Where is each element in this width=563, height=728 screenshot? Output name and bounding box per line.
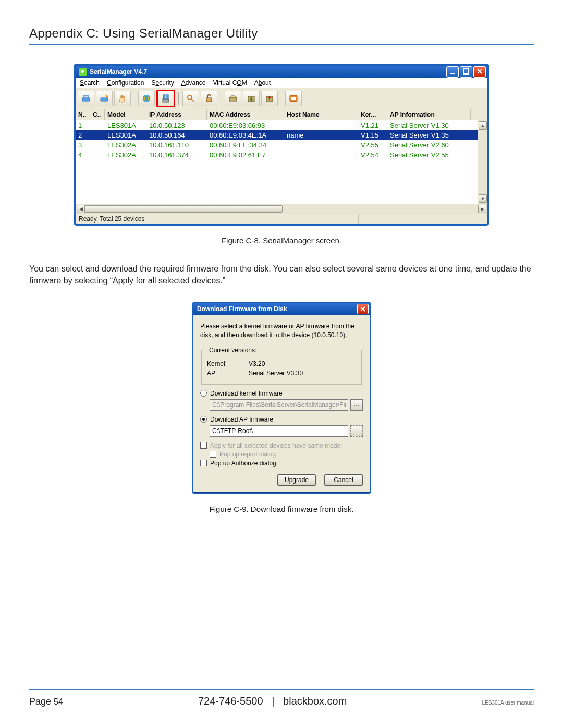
col-header-mac[interactable]: MAC Address (207, 109, 284, 120)
apply-all-label: Apply for all selected devices have same… (210, 442, 342, 449)
cell: 10.0.50.164 (146, 131, 207, 139)
table-row[interactable]: 4LES302A10.0.161.37400:60:E9:02:61:E7V2.… (76, 150, 487, 160)
scroll-right-icon[interactable]: ▶ (478, 205, 486, 213)
apply-all-checkbox (200, 442, 207, 449)
toolbar-browser-icon[interactable] (138, 91, 155, 106)
menu-advance[interactable]: Advance (181, 79, 206, 87)
cell (90, 121, 105, 129)
scroll-thumb[interactable] (85, 205, 283, 213)
window-title: SerialManager V4.7 (90, 68, 147, 76)
cell: LES301A (105, 131, 146, 139)
table-row[interactable]: 3LES302A10.0.161.11000:60:E9:EE:34:34V2.… (76, 140, 487, 150)
cancel-button-label: Cancel (334, 476, 353, 484)
radio-ap-row[interactable]: Download AP firmware (200, 416, 363, 423)
title-rule (29, 44, 534, 45)
authorize-checkbox[interactable] (200, 460, 207, 466)
toolbar-net-config-icon[interactable] (225, 91, 241, 106)
svg-rect-2 (82, 98, 90, 101)
col-header-host[interactable]: Host Name (284, 109, 358, 120)
col-header-model[interactable]: Model (105, 109, 146, 120)
list-header[interactable]: N.. C.. Model IP Address MAC Address Hos… (76, 109, 487, 120)
titlebar[interactable]: SerialManager V4.7 (76, 66, 487, 78)
body-paragraph: You can select and download the required… (29, 263, 534, 287)
kernel-value: V3.20 (249, 360, 265, 367)
app-icon (79, 68, 87, 76)
radio-kernel-label: Download kernel firmware (210, 390, 283, 397)
kernel-browse-button[interactable]: ... (350, 399, 363, 411)
col-header-ap[interactable]: AP Information (387, 109, 471, 120)
cell: V1.15 (358, 131, 387, 139)
cell (284, 151, 358, 159)
authorize-label: Pop up Authorize dialog (210, 460, 276, 467)
cell: 10.0.161.110 (146, 141, 207, 149)
radio-kernel-row[interactable]: Download kernel firmware (200, 390, 363, 397)
cell: Serial Server V2.55 (387, 151, 471, 159)
report-label: Pop up report dialog (219, 451, 276, 458)
radio-ap-label: Download AP firmware (210, 416, 273, 423)
toolbar-unlock-icon[interactable] (201, 91, 217, 106)
svg-rect-6 (163, 99, 169, 102)
table-row[interactable]: 2LES301A10.0.50.16400:60:E9:03:4E:1Aname… (76, 130, 487, 140)
toolbar-search-icon[interactable] (78, 91, 94, 106)
list-body[interactable]: 1LES301A10.0.50.12300:60:E9:03:66:93V1.2… (76, 120, 487, 204)
figure-caption-dialog: Figure C-9. Download firmware from disk. (29, 504, 534, 513)
cell: 00:60:E9:EE:34:34 (207, 141, 284, 149)
cell: 4 (76, 151, 90, 159)
report-checkbox (210, 451, 216, 458)
table-row[interactable]: 1LES301A10.0.50.12300:60:E9:03:66:93V1.2… (76, 120, 487, 130)
svg-rect-10 (229, 97, 237, 101)
cell: 10.0.161.374 (146, 151, 207, 159)
scroll-up-icon[interactable]: ▲ (479, 121, 487, 130)
cell: name (284, 131, 358, 139)
vertical-scrollbar[interactable]: ▲ ▼ (478, 120, 487, 204)
maximize-button[interactable] (460, 66, 472, 78)
scroll-down-icon[interactable]: ▼ (479, 194, 487, 203)
cancel-button[interactable]: Cancel (324, 474, 363, 486)
svg-rect-9 (206, 98, 212, 102)
menu-virtual-com[interactable]: Virtual COM (213, 79, 247, 87)
menu-about[interactable]: About (254, 79, 271, 87)
ap-path-input[interactable] (210, 425, 348, 437)
cell: V2.55 (358, 141, 387, 149)
col-header-n[interactable]: N.. (76, 109, 90, 120)
toolbar-vcom-icon[interactable] (285, 91, 302, 106)
toolbar-package-down-icon[interactable] (243, 91, 260, 106)
cell: LES302A (105, 151, 146, 159)
menu-configuration[interactable]: Configuration (107, 79, 144, 87)
cell: Serial Server V2.60 (387, 141, 471, 149)
toolbar-package-up-icon[interactable] (261, 91, 278, 106)
menubar: Search Configuration Security Advance Vi… (76, 78, 487, 88)
svg-rect-0 (450, 73, 455, 74)
cell: V2.54 (358, 151, 387, 159)
menu-search[interactable]: Search (80, 79, 100, 87)
kernel-path-input (210, 399, 348, 411)
upgrade-button[interactable]: Upgrade (277, 474, 316, 486)
footer-page: Page 54 (29, 696, 63, 707)
cell: LES302A (105, 141, 146, 149)
col-header-c[interactable]: C.. (90, 109, 105, 120)
close-button[interactable] (473, 66, 486, 78)
ap-browse-button[interactable] (350, 425, 363, 437)
cell: 00:60:E9:02:61:E7 (207, 151, 284, 159)
col-header-ker[interactable]: Ker... (358, 109, 387, 120)
authorize-row[interactable]: Pop up Authorize dialog (200, 460, 363, 467)
toolbar-locate-icon[interactable] (182, 91, 199, 106)
dialog-titlebar[interactable]: Download Firmware from Disk (193, 303, 370, 315)
toolbar-download-firmware-icon[interactable] (156, 90, 175, 107)
minimize-button[interactable] (446, 66, 459, 78)
status-text: Ready, Total 25 devices (76, 214, 359, 224)
col-header-ip[interactable]: IP Address (146, 109, 207, 120)
menu-security[interactable]: Security (151, 79, 174, 87)
dialog-close-button[interactable] (357, 304, 369, 314)
cell (90, 131, 105, 139)
cell: 1 (76, 121, 90, 129)
toolbar-add-device-icon[interactable] (96, 91, 113, 106)
radio-ap[interactable] (200, 416, 207, 423)
radio-kernel[interactable] (200, 390, 207, 397)
horizontal-scrollbar[interactable]: ◀ ▶ (76, 204, 487, 214)
toolbar (76, 88, 487, 109)
scroll-left-icon[interactable]: ◀ (77, 205, 85, 213)
report-row: Pop up report dialog (210, 451, 363, 458)
cell: 10.0.50.123 (146, 121, 207, 129)
toolbar-hand-icon[interactable] (114, 91, 131, 106)
